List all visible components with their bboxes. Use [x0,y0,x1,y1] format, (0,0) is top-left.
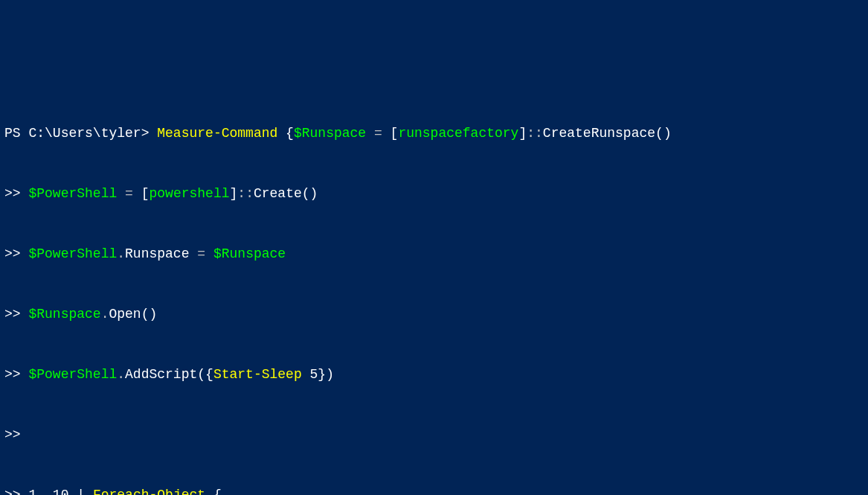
cmdlet: Start-Sleep [213,367,302,382]
method: Create [254,186,302,201]
paren: () [302,186,318,201]
dcolon: :: [237,186,254,201]
terminal-output[interactable]: PS C:\Users\tyler> Measure-Command {$Run… [4,83,864,495]
num: 1 [28,488,36,495]
method: CreateRunspace [543,126,655,141]
continuation: >> [4,367,21,382]
code-line: >> 1..10 | Foreach-Object { [4,485,864,495]
code-line: >> $PowerShell.Runspace = $Runspace [4,244,864,264]
code-line: >> $Runspace.Open() [4,304,864,325]
cmdlet: Foreach-Object [93,488,205,495]
op: = [197,246,205,261]
dcolon: :: [527,126,543,141]
brace: { [286,126,294,141]
variable: $PowerShell [28,367,117,382]
type: powershell [150,186,230,201]
continuation: >> [4,246,21,261]
dot: . [117,367,125,382]
variable: $PowerShell [28,246,117,261]
continuation: >> [4,186,21,201]
prop: Runspace [125,246,189,261]
num: 10 [53,488,69,495]
code-line: >> $PowerShell.AddScript({Start-Sleep 5}… [4,365,864,385]
bracket: ] [230,186,238,201]
prompt-ps: PS [4,126,21,141]
brace: { [213,488,222,495]
continuation: >> [4,427,21,442]
dot: . [117,246,125,261]
bracket: ] [518,126,527,141]
variable: $Runspace [294,126,366,141]
type: runspacefactory [398,126,518,141]
bracket: [ [141,186,150,201]
pipe: | [77,488,85,495]
variable: $PowerShell [28,186,117,201]
code-line: >> [4,425,864,445]
code-line: >> $PowerShell = [powershell]::Create() [4,184,864,204]
variable: $Runspace [213,246,286,261]
method: AddScript [125,367,197,382]
bracket: [ [390,126,399,141]
code-line: PS C:\Users\tyler> Measure-Command {$Run… [4,124,864,144]
cmdlet: Measure-Command [157,126,277,141]
continuation: >> [4,488,21,495]
prompt-path: C:\Users\tyler> [28,126,149,141]
brace: { [205,367,213,382]
dots: .. [36,488,53,495]
dot: . [101,307,109,322]
op: = [374,126,382,141]
brace: } [318,367,326,382]
op: = [125,186,133,201]
num: 5 [310,367,318,382]
paren: () [141,307,158,322]
variable: $Runspace [28,307,100,322]
paren: ) [326,367,334,382]
paren: () [655,126,672,141]
paren: ( [197,367,205,382]
continuation: >> [4,307,21,322]
method: Open [109,307,141,322]
